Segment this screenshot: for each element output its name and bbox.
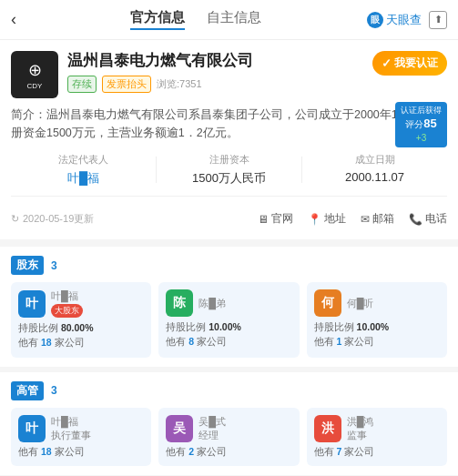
- score-delta: +3: [401, 132, 442, 144]
- companies-row: 他有 8 家公司: [166, 335, 291, 349]
- managers-grid: 叶 叶█福 执行董事 他有 18 家公司 吴 吴█式 经理 他有 2 家公司: [11, 408, 447, 466]
- refresh-icon: ↻: [11, 213, 19, 225]
- address-btn[interactable]: 📍 地址: [308, 211, 346, 227]
- manager-fullname: 洪█鸿: [347, 415, 374, 429]
- manager-avatar: 洪: [314, 415, 341, 442]
- website-icon: 🖥: [258, 213, 269, 226]
- phone-icon: 📞: [409, 213, 422, 226]
- reg-capital-value: 1500万人民币: [157, 170, 301, 187]
- shareholder-card-1[interactable]: 陈 陈█弟 持股比例 10.00% 他有 8 家公司: [158, 282, 299, 358]
- manager-right: 叶█福 执行董事: [51, 415, 91, 442]
- managers-tag: 高管: [11, 381, 44, 400]
- action-buttons: 🖥 官网 📍 地址 ✉ 邮箱 📞 电话: [258, 211, 447, 227]
- company-top: ⊕ CDY 温州昌泰电力燃气有限公司 存续 发票抬头 浏览:7351 我要认证: [11, 51, 447, 98]
- legal-rep-label: 法定代表人: [11, 153, 156, 167]
- tab-official-info[interactable]: 官方信息: [130, 9, 185, 30]
- score-prefix: 评分: [405, 119, 423, 129]
- person-stats: 持股比例 80.00% 他有 18 家公司: [18, 321, 144, 350]
- shareholders-tag: 股东: [11, 256, 44, 275]
- manager-right: 吴█式 经理: [198, 415, 226, 442]
- person-avatar: 陈: [166, 289, 193, 317]
- person-top-row: 陈 陈█弟: [166, 289, 291, 317]
- location-icon: 📍: [308, 213, 321, 226]
- person-stats: 持股比例 10.00% 他有 8 家公司: [166, 320, 291, 349]
- tab-self-info[interactable]: 自主信息: [207, 9, 261, 30]
- manager-fullname: 叶█福: [51, 415, 91, 429]
- companies-row: 他有 1 家公司: [314, 335, 440, 349]
- person-fullname: 叶█福: [51, 289, 83, 303]
- shareholders-count: 3: [51, 259, 57, 272]
- company-logo: ⊕ CDY: [11, 51, 58, 98]
- legal-rep-cell: 法定代表人 叶█福: [11, 153, 156, 187]
- manager-stats: 他有 18 家公司: [18, 446, 144, 459]
- shareholder-card-0[interactable]: 叶 叶█福 大股东 持股比例 80.00% 他有 18 家公司: [11, 282, 151, 358]
- manager-avatar: 叶: [18, 415, 46, 442]
- reg-capital-label: 注册资本: [157, 153, 301, 167]
- person-fullname: 陈█弟: [198, 297, 226, 310]
- header-tabs: 官方信息 自主信息: [24, 9, 367, 30]
- person-top-row: 叶 叶█福 大股东: [18, 289, 144, 318]
- pct-row: 持股比例 80.00%: [18, 321, 144, 336]
- phone-btn[interactable]: 📞 电话: [409, 211, 447, 227]
- email-icon: ✉: [361, 213, 370, 226]
- managers-section: 高管 3 叶 叶█福 执行董事 他有 18 家公司 吴 吴█式 经理: [0, 372, 458, 475]
- manager-title: 经理: [198, 429, 226, 442]
- person-avatar: 何: [314, 289, 341, 317]
- header-right: 眼 天眼查 ⬆: [367, 11, 447, 29]
- manager-stats: 他有 7 家公司: [314, 446, 440, 459]
- back-button[interactable]: ‹: [11, 10, 16, 29]
- legal-rep-value[interactable]: 叶█福: [11, 170, 156, 187]
- person-name-block: 叶█福 大股东: [51, 289, 83, 318]
- share-icon[interactable]: ⬆: [429, 11, 447, 29]
- found-date-value: 2000.11.07: [302, 170, 447, 184]
- person-badge: 大股东: [51, 304, 83, 318]
- reg-capital-cell: 注册资本 1500万人民币: [157, 153, 301, 187]
- shareholders-header: 股东 3: [11, 256, 447, 275]
- company-name: 温州昌泰电力燃气有限公司: [67, 51, 363, 71]
- update-info: ↻ 2020-05-19更新: [11, 212, 94, 226]
- manager-fullname: 吴█式: [198, 415, 226, 429]
- action-row: ↻ 2020-05-19更新 🖥 官网 📍 地址 ✉ 邮箱 📞 电话: [11, 206, 447, 228]
- manager-card-1[interactable]: 吴 吴█式 经理 他有 2 家公司: [158, 408, 299, 466]
- info-grid: 法定代表人 叶█福 注册资本 1500万人民币 成立日期 2000.11.07: [11, 153, 447, 197]
- manager-top-row: 吴 吴█式 经理: [166, 415, 291, 442]
- manager-card-2[interactable]: 洪 洪█鸿 监事 他有 7 家公司: [307, 408, 447, 466]
- found-date-cell: 成立日期 2000.11.07: [302, 153, 447, 187]
- manager-top-row: 叶 叶█福 执行董事: [18, 415, 144, 442]
- companies-row: 他有 18 家公司: [18, 336, 144, 350]
- person-fullname: 何█听: [347, 297, 374, 310]
- pct-row: 持股比例 10.00%: [314, 320, 440, 335]
- logo-sub: CDY: [27, 82, 43, 90]
- score-label: 认证后获得: [401, 106, 442, 116]
- company-card: ⊕ CDY 温州昌泰电力燃气有限公司 存续 发票抬头 浏览:7351 我要认证 …: [0, 40, 458, 239]
- managers-header: 高管 3: [11, 381, 447, 400]
- manager-card-0[interactable]: 叶 叶█福 执行董事 他有 18 家公司: [11, 408, 151, 466]
- person-name-block: 何█听: [347, 297, 374, 310]
- pct-row: 持股比例 10.00%: [166, 320, 291, 335]
- company-tags: 存续 发票抬头 浏览:7351: [67, 76, 363, 93]
- manager-top-row: 洪 洪█鸿 监事: [314, 415, 440, 442]
- update-label: 2020-05-19更新: [23, 212, 94, 226]
- shareholders-grid: 叶 叶█福 大股东 持股比例 80.00% 他有 18 家公司 陈 陈█弟 持股…: [11, 282, 447, 358]
- tianyancha-logo[interactable]: 眼 天眼查: [367, 12, 422, 28]
- website-btn[interactable]: 🖥 官网: [258, 211, 293, 227]
- manager-avatar: 吴: [166, 415, 193, 442]
- company-info: 温州昌泰电力燃气有限公司 存续 发票抬头 浏览:7351: [67, 51, 363, 93]
- email-btn[interactable]: ✉ 邮箱: [361, 211, 394, 227]
- tianyancha-icon: 眼: [367, 12, 383, 28]
- manager-title: 执行董事: [51, 429, 91, 442]
- manager-title: 监事: [347, 429, 374, 442]
- person-stats: 持股比例 10.00% 他有 1 家公司: [314, 320, 440, 349]
- person-top-row: 何 何█听: [314, 289, 440, 317]
- manager-stats: 他有 2 家公司: [166, 446, 291, 459]
- shareholder-card-2[interactable]: 何 何█听 持股比例 10.00% 他有 1 家公司: [307, 282, 447, 358]
- person-avatar: 叶: [18, 290, 46, 318]
- tianyancha-label: 天眼查: [386, 12, 422, 28]
- shareholders-section: 股东 3 叶 叶█福 大股东 持股比例 80.00% 他有 18 家公司 陈 陈…: [0, 247, 458, 367]
- tag-active: 存续: [67, 76, 97, 93]
- manager-right: 洪█鸿 监事: [347, 415, 374, 442]
- logo-symbol: ⊕: [28, 60, 42, 80]
- cert-badge[interactable]: 我要认证: [372, 51, 447, 76]
- view-count: 浏览:7351: [157, 77, 202, 91]
- company-description: 简介：温州昌泰电力燃气有限公司系昌泰集团子公司，公司成立于2000年11月，注册…: [11, 106, 447, 142]
